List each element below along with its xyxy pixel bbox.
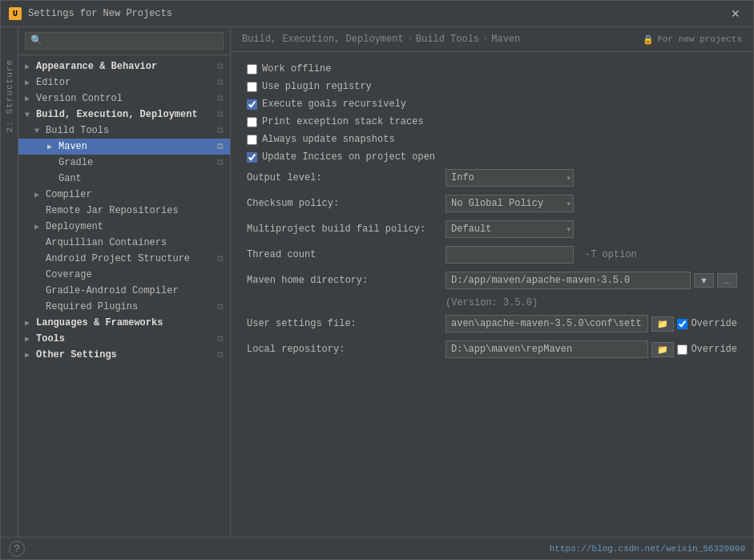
work-offline-label: Work offline <box>262 63 331 75</box>
window-title: Settings for New Projects <box>28 8 172 19</box>
sidebar-item-label: Required Plugins <box>46 301 138 312</box>
sidebar-item-maven[interactable]: ▶ Maven ⧉ <box>18 139 230 155</box>
sidebar-item-version-control[interactable]: ▶ Version Control ⧉ <box>18 91 230 107</box>
sidebar-item-label: Arquillian Containers <box>46 237 167 248</box>
close-button[interactable]: ✕ <box>726 6 745 22</box>
sidebar-item-label: Gradle-Android Compiler <box>46 285 179 296</box>
arrow-icon: ▶ <box>25 78 33 87</box>
sidebar-item-android-project[interactable]: Android Project Structure ⧉ <box>18 251 230 267</box>
bottom-link[interactable]: https://blog.csdn.net/weixin_56320090 <box>550 544 745 554</box>
sidebar-item-label: Gant <box>58 173 82 184</box>
search-input[interactable] <box>25 32 224 50</box>
checksum-policy-select-wrapper: No Global Policy Strict Ignore <box>446 195 574 212</box>
multiproject-build-select[interactable]: Default Never Always After Failure <box>446 220 574 238</box>
user-settings-folder-button[interactable]: 📁 <box>651 316 674 332</box>
main-content: 2: Structure ▶ Appearance & Behavior ⧉ ▶… <box>1 27 753 537</box>
sidebar-item-label: Editor <box>36 77 71 88</box>
copy-icon: ⧉ <box>217 110 224 119</box>
copy-icon: ⧉ <box>217 334 224 344</box>
vertical-tab-label: 2: Structure <box>5 59 14 132</box>
sidebar-item-tools[interactable]: ▶ Tools ⧉ <box>18 331 230 347</box>
checksum-policy-row: Checksum policy: No Global Policy Strict… <box>247 195 737 212</box>
execute-goals-checkbox[interactable] <box>247 99 257 110</box>
sidebar-item-appearance[interactable]: ▶ Appearance & Behavior ⧉ <box>18 58 230 75</box>
maven-home-more-button[interactable]: … <box>717 273 737 288</box>
vertical-tab: 2: Structure <box>1 27 18 537</box>
sidebar-item-arquillian[interactable]: Arquillian Containers <box>18 235 230 251</box>
multiproject-build-row: Multiproject build fail policy: Default … <box>247 220 737 238</box>
arrow-icon: ▶ <box>34 222 42 232</box>
settings-form: Work offline Use plugin registry Execute… <box>231 52 753 537</box>
output-level-select-wrapper: Info Debug Error <box>446 169 574 187</box>
maven-home-browse-button[interactable]: ▼ <box>694 273 714 288</box>
local-repository-input-group: 📁 Override <box>446 340 737 358</box>
maven-home-label: Maven home directory: <box>247 275 439 286</box>
arrow-icon: ▶ <box>47 142 55 151</box>
thread-count-input[interactable] <box>446 246 574 264</box>
sidebar-item-build-tools[interactable]: ▼ Build Tools ⧉ <box>18 123 230 139</box>
sidebar-item-label: Android Project Structure <box>46 253 190 264</box>
settings-window: U Settings for New Projects ✕ 2: Structu… <box>0 0 754 560</box>
update-indices-checkbox[interactable] <box>247 152 257 163</box>
version-label: (Version: 3.5.0) <box>446 297 538 308</box>
output-level-select[interactable]: Info Debug Error <box>446 169 574 187</box>
local-repository-override-checkbox[interactable] <box>677 344 687 355</box>
checksum-policy-select[interactable]: No Global Policy Strict Ignore <box>446 195 574 212</box>
breadcrumb-part-2: Build Tools <box>416 34 479 45</box>
output-level-row: Output level: Info Debug Error <box>247 169 737 187</box>
sidebar-item-languages[interactable]: ▶ Languages & Frameworks <box>18 315 230 331</box>
sidebar-item-gant[interactable]: Gant <box>18 171 230 187</box>
sidebar-item-gradle[interactable]: Gradle ⧉ <box>18 155 230 171</box>
arrow-icon: ▶ <box>25 94 33 103</box>
sidebar-item-remote-jar[interactable]: Remote Jar Repositories <box>18 203 230 219</box>
copy-icon: ⧉ <box>217 302 224 312</box>
update-indices-label: Update Incices on project open <box>262 151 435 163</box>
app-icon: U <box>9 7 22 20</box>
sidebar-item-compiler[interactable]: ▶ Compiler <box>18 187 230 203</box>
copy-icon: ⧉ <box>217 350 224 360</box>
arrow-icon: ▶ <box>25 334 33 344</box>
sidebar-item-label: Gradle <box>58 157 93 168</box>
thread-count-label: Thread count <box>247 249 439 260</box>
print-exception-checkbox[interactable] <box>247 117 257 127</box>
local-repository-input[interactable] <box>446 340 648 358</box>
print-exception-row: Print exception stack traces <box>247 116 737 127</box>
sidebar-item-gradle-android[interactable]: Gradle-Android Compiler <box>18 283 230 299</box>
local-repository-folder-button[interactable]: 📁 <box>651 342 674 357</box>
search-box <box>18 27 230 55</box>
sidebar-tree: ▶ Appearance & Behavior ⧉ ▶ Editor ⧉ ▶ V… <box>18 55 230 537</box>
for-new-projects: 🔒 For new projects <box>643 34 742 45</box>
help-button[interactable]: ? <box>9 541 25 557</box>
maven-home-input[interactable] <box>446 272 691 289</box>
always-update-checkbox[interactable] <box>247 135 257 145</box>
sidebar-item-build-execution[interactable]: ▼ Build, Execution, Deployment ⧉ <box>18 107 230 123</box>
sidebar-item-label: Deployment <box>46 221 103 232</box>
breadcrumb-sep-2: › <box>482 34 488 45</box>
sidebar-item-label: Other Settings <box>36 349 117 361</box>
work-offline-row: Work offline <box>247 63 737 75</box>
arrow-icon: ▼ <box>34 127 42 135</box>
sidebar-item-label: Remote Jar Repositories <box>46 205 179 216</box>
user-settings-input[interactable] <box>446 315 648 332</box>
use-plugin-registry-checkbox[interactable] <box>247 82 257 92</box>
sidebar-item-label: Appearance & Behavior <box>36 61 157 72</box>
maven-home-input-group: ▼ … <box>446 272 737 289</box>
sidebar-item-deployment[interactable]: ▶ Deployment <box>18 219 230 235</box>
breadcrumb-part-1: Build, Execution, Deployment <box>242 34 404 45</box>
sidebar-item-other-settings[interactable]: ▶ Other Settings ⧉ <box>18 347 230 363</box>
breadcrumb-part-3: Maven <box>491 34 520 45</box>
sidebar-item-editor[interactable]: ▶ Editor ⧉ <box>18 75 230 91</box>
local-repository-label: Local repository: <box>247 344 439 355</box>
work-offline-checkbox[interactable] <box>247 64 257 75</box>
use-plugin-registry-label: Use plugin registry <box>262 81 372 92</box>
sidebar-item-required-plugins[interactable]: Required Plugins ⧉ <box>18 299 230 315</box>
user-settings-label: User settings file: <box>247 318 439 329</box>
sidebar-item-coverage[interactable]: Coverage <box>18 267 230 283</box>
arrow-icon: ▶ <box>25 62 33 71</box>
checksum-policy-label: Checksum policy: <box>247 198 439 209</box>
always-update-row: Always update snapshots <box>247 134 737 145</box>
user-settings-override-checkbox[interactable] <box>677 319 687 329</box>
output-level-label: Output level: <box>247 172 439 183</box>
copy-icon: ⧉ <box>217 254 224 264</box>
version-text: (Version: 3.5.0) <box>446 297 737 308</box>
